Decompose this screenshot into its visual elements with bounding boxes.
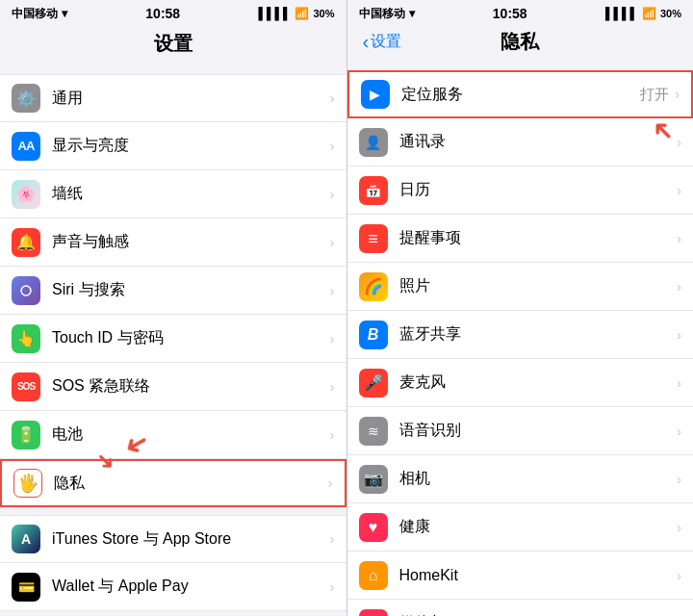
media-icon: ♪ bbox=[359, 609, 388, 617]
health-label: 健康 bbox=[399, 517, 678, 537]
siri-label: Siri 与搜索 bbox=[52, 280, 330, 300]
touchid-label: Touch ID 与密码 bbox=[52, 328, 330, 348]
left-status-bar: 中国移动 ▾ 10:58 ▌▌▌▌ 📶 30% bbox=[0, 0, 346, 27]
left-panel: 中国移动 ▾ 10:58 ▌▌▌▌ 📶 30% 设置 ⚙️ 通用 › bbox=[0, 0, 347, 616]
wallpaper-icon: 🌸 bbox=[12, 180, 40, 209]
back-button[interactable]: ‹ 设置 bbox=[363, 31, 402, 53]
bluetooth-label: 蓝牙共享 bbox=[399, 324, 678, 345]
location-value: 打开 bbox=[640, 86, 669, 104]
left-wifi-icon2: 📶 bbox=[295, 7, 309, 20]
homekit-label: HomeKit bbox=[399, 567, 678, 584]
settings-row-battery[interactable]: 🔋 电池 › bbox=[0, 411, 346, 459]
right-wifi-icon: ▾ bbox=[409, 7, 415, 20]
settings-row-homekit[interactable]: ⌂ HomeKit › bbox=[347, 552, 694, 600]
right-list[interactable]: ▶ 定位服务 打开 › 👤 通讯录 › 📅 日历 › bbox=[347, 63, 694, 616]
left-signal-icon: ▌▌▌▌ bbox=[258, 7, 291, 20]
contacts-icon: 👤 bbox=[359, 128, 388, 157]
itunes-icon: A bbox=[12, 525, 40, 553]
privacy-label: 隐私 bbox=[54, 474, 328, 494]
siri-icon bbox=[12, 276, 40, 305]
settings-row-wallpaper[interactable]: 🌸 墙纸 › bbox=[0, 170, 346, 218]
settings-row-calendar[interactable]: 📅 日历 › bbox=[347, 167, 694, 215]
back-label: 设置 bbox=[371, 32, 401, 52]
display-icon: AA bbox=[12, 132, 40, 161]
left-carrier: 中国移动 bbox=[12, 6, 58, 22]
settings-row-camera[interactable]: 📷 相机 › bbox=[347, 455, 694, 503]
settings-row-wallet[interactable]: 💳 Wallet 与 Apple Pay › bbox=[0, 563, 346, 611]
battery-label: 电池 bbox=[52, 424, 330, 445]
bottom-padding bbox=[0, 611, 346, 616]
right-battery-text: 30% bbox=[660, 8, 681, 19]
back-chevron-icon: ‹ bbox=[363, 31, 370, 53]
sounds-label: 声音与触感 bbox=[52, 232, 330, 252]
right-wifi-icon2: 📶 bbox=[642, 7, 656, 20]
left-list[interactable]: ⚙️ 通用 › AA 显示与亮度 › 🌸 墙纸 › 🔔 bbox=[0, 66, 346, 616]
photos-icon: 🌈 bbox=[359, 272, 388, 301]
left-wifi-icon: ▾ bbox=[62, 7, 67, 20]
reminders-icon: ≡ bbox=[359, 224, 388, 253]
bluetooth-icon: B bbox=[359, 321, 388, 349]
settings-row-touchid[interactable]: 👆 Touch ID 与密码 › bbox=[0, 315, 346, 363]
homekit-icon: ⌂ bbox=[359, 561, 388, 590]
settings-row-reminders[interactable]: ≡ 提醒事项 › bbox=[347, 215, 694, 263]
right-status-right: ▌▌▌▌ 📶 30% bbox=[605, 7, 681, 20]
right-time: 10:58 bbox=[493, 6, 527, 21]
settings-row-sos[interactable]: SOS SOS 紧急联络 › bbox=[0, 363, 346, 411]
left-title: 设置 bbox=[15, 31, 331, 57]
sounds-icon: 🔔 bbox=[12, 228, 40, 257]
svg-point-0 bbox=[21, 286, 31, 295]
right-status-bar: 中国移动 ▾ 10:58 ▌▌▌▌ 📶 30% bbox=[347, 0, 694, 27]
privacy-icon: 🖐 bbox=[13, 469, 42, 498]
left-section-2: A iTunes Store 与 App Store › 💳 Wallet 与 … bbox=[0, 515, 346, 611]
microphone-label: 麦克风 bbox=[399, 372, 678, 393]
left-status-right: ▌▌▌▌ 📶 30% bbox=[258, 7, 334, 20]
speech-label: 语音识别 bbox=[399, 421, 678, 441]
left-time: 10:58 bbox=[145, 6, 180, 21]
wallpaper-label: 墙纸 bbox=[52, 184, 330, 204]
touchid-icon: 👆 bbox=[12, 324, 40, 353]
settings-row-photos[interactable]: 🌈 照片 › bbox=[347, 263, 694, 311]
settings-row-media[interactable]: ♪ 媒体与 Apple Music › bbox=[347, 600, 694, 616]
settings-row-siri[interactable]: Siri 与搜索 › bbox=[0, 267, 346, 315]
settings-row-display[interactable]: AA 显示与亮度 › bbox=[0, 122, 346, 170]
right-signal-icon: ▌▌▌▌ bbox=[605, 7, 638, 20]
right-status-left: 中国移动 ▾ bbox=[359, 6, 415, 22]
settings-row-general[interactable]: ⚙️ 通用 › bbox=[0, 74, 346, 122]
left-status-left: 中国移动 ▾ bbox=[12, 6, 67, 22]
reminders-label: 提醒事项 bbox=[399, 228, 678, 248]
right-section-1: ▶ 定位服务 打开 › 👤 通讯录 › 📅 日历 › bbox=[347, 70, 694, 616]
speech-icon: ≋ bbox=[359, 417, 388, 446]
calendar-icon: 📅 bbox=[359, 176, 388, 205]
settings-row-privacy[interactable]: 🖐 隐私 › bbox=[0, 459, 346, 507]
contacts-label: 通讯录 bbox=[399, 132, 678, 152]
general-icon: ⚙️ bbox=[12, 84, 40, 113]
right-panel: 中国移动 ▾ 10:58 ▌▌▌▌ 📶 30% ‹ 设置 隐私 ▶ bbox=[347, 0, 694, 616]
settings-row-health[interactable]: ♥ 健康 › bbox=[347, 503, 694, 552]
itunes-label: iTunes Store 与 App Store bbox=[52, 529, 330, 550]
location-label: 定位服务 bbox=[401, 85, 641, 105]
settings-row-speech[interactable]: ≋ 语音识别 › bbox=[347, 407, 694, 455]
settings-row-itunes[interactable]: A iTunes Store 与 App Store › bbox=[0, 515, 346, 563]
photos-label: 照片 bbox=[399, 276, 678, 296]
microphone-icon: 🎤 bbox=[359, 369, 388, 398]
sos-label: SOS 紧急联络 bbox=[52, 376, 330, 397]
settings-row-microphone[interactable]: 🎤 麦克风 › bbox=[347, 359, 694, 407]
settings-row-bluetooth[interactable]: B 蓝牙共享 › bbox=[347, 311, 694, 359]
display-label: 显示与亮度 bbox=[52, 136, 330, 156]
left-header: 设置 bbox=[0, 27, 346, 66]
health-icon: ♥ bbox=[359, 513, 388, 542]
sos-icon: SOS bbox=[12, 372, 40, 401]
camera-label: 相机 bbox=[399, 469, 678, 489]
camera-icon: 📷 bbox=[359, 465, 388, 494]
settings-row-location[interactable]: ▶ 定位服务 打开 › bbox=[347, 70, 694, 118]
right-title: 隐私 bbox=[500, 29, 539, 55]
wallet-label: Wallet 与 Apple Pay bbox=[52, 577, 330, 597]
left-section-1: ⚙️ 通用 › AA 显示与亮度 › 🌸 墙纸 › 🔔 bbox=[0, 74, 346, 507]
calendar-label: 日历 bbox=[399, 180, 678, 200]
right-carrier: 中国移动 bbox=[359, 6, 405, 22]
battery-icon: 🔋 bbox=[12, 421, 40, 449]
left-battery-text: 30% bbox=[313, 8, 334, 19]
settings-row-sounds[interactable]: 🔔 声音与触感 › bbox=[0, 218, 346, 267]
general-label: 通用 bbox=[52, 89, 330, 109]
settings-row-contacts[interactable]: 👤 通讯录 › bbox=[347, 118, 694, 167]
